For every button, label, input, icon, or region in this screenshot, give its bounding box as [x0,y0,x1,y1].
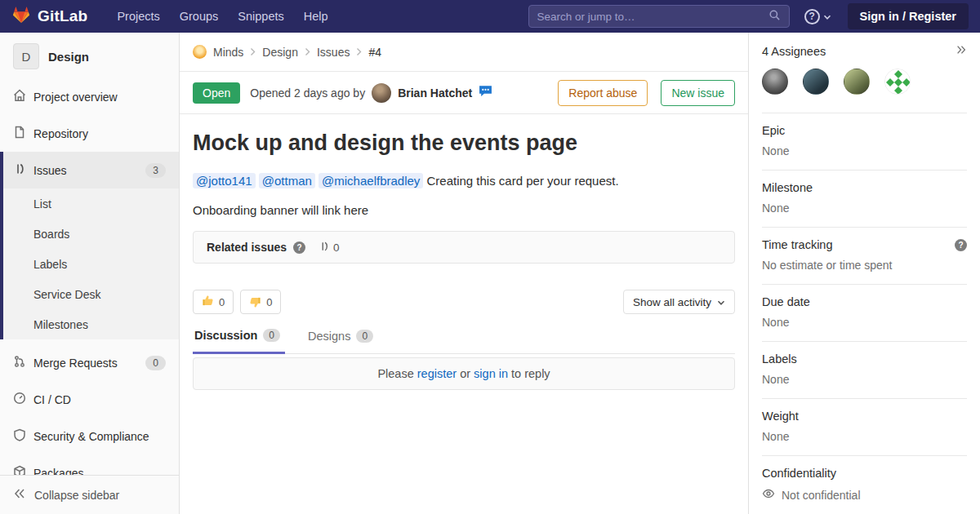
document-icon [13,126,26,141]
mention-link[interactable]: @michaelfbradley [318,173,423,188]
related-issues-label: Related issues [207,241,287,254]
gitlab-issue-page: GitLab Projects Groups Snippets Help ? [0,0,980,514]
issue-title: Mock up and design the events page [193,129,735,157]
sidebar-item-project-overview[interactable]: Project overview [0,78,179,115]
project-avatar: D [13,43,39,69]
designs-count-badge: 0 [356,330,373,343]
top-navbar: GitLab Projects Groups Snippets Help ? [0,0,980,33]
assignee-avatar[interactable] [803,69,829,95]
author-avatar[interactable] [372,83,391,103]
tab-designs[interactable]: Designs 0 [306,329,378,353]
sidebar-item-label: Issues [33,164,66,177]
weight-value: None [762,430,967,443]
assignee-avatars [762,69,967,113]
collapse-sidebar-button[interactable]: Collapse sidebar [0,475,179,514]
new-issue-button[interactable]: New issue [661,80,735,106]
search-bar[interactable] [528,5,790,28]
breadcrumb-project[interactable]: Design [262,46,298,59]
sidebar-section-milestone: Milestone None [762,171,967,228]
thumbs-up-button[interactable]: 0 [193,290,234,314]
breadcrumb-issues[interactable]: Issues [317,46,350,59]
sidebar-subitem-milestones[interactable]: Milestones [3,309,179,339]
thumbs-down-button[interactable]: 0 [240,290,281,314]
sidebar-subitem-list[interactable]: List [3,188,179,219]
mention-link[interactable]: @jotto141 [193,173,256,188]
issue-tabs: Discussion 0 Designs 0 [193,329,735,354]
collapse-sidebar-label: Collapse sidebar [34,489,119,502]
sidebar-section-time-tracking: Time tracking ? No estimate or time spen… [762,228,967,285]
sidebar-subitem-labels[interactable]: Labels [3,249,179,279]
chevron-right-icon [250,46,256,59]
register-link[interactable]: register [417,367,457,380]
reply-text: to reply [511,367,550,380]
author-name[interactable]: Brian Hatchet [398,86,472,100]
labels-value: None [762,373,967,386]
home-icon [13,89,26,104]
breadcrumb-issue-number: #4 [368,46,381,59]
activity-filter-dropdown[interactable]: Show all activity [623,290,735,314]
sidebar-item-merge-requests[interactable]: Merge Requests 0 [0,344,179,381]
help-circle-icon[interactable]: ? [293,241,305,254]
issues-section: Issues 3 List Boards Labels Service Desk… [0,152,179,339]
chevron-down-icon [823,9,831,24]
report-abuse-button[interactable]: Report abuse [558,80,648,106]
tab-discussion[interactable]: Discussion 0 [193,329,285,354]
assignees-header: 4 Assignees [762,33,967,59]
help-menu[interactable]: ? [804,9,831,24]
shield-icon [13,428,26,444]
nav-help[interactable]: Help [296,5,336,28]
project-header[interactable]: D Design [0,33,179,78]
issue-description: @jotto141 @ottman @michaelfbradley Creat… [193,172,735,190]
confidentiality-value: Not confidential [762,487,967,503]
sidebar-item-label: Merge Requests [33,357,118,370]
project-sidebar: D Design Project overview Repository [0,33,180,514]
related-issues-card: Related issues ? 0 [193,231,735,264]
assignees-label: 4 Assignees [762,45,826,58]
sidebar-item-ci-cd[interactable]: CI / CD [0,381,179,418]
help-circle-icon[interactable]: ? [955,239,967,251]
assignee-avatar[interactable] [762,69,788,95]
gitlab-logo[interactable]: GitLab [11,5,87,28]
sidebar-subitem-service-desk[interactable]: Service Desk [3,279,179,309]
sidebar-item-label: Project overview [33,91,118,104]
status-badge: Open [193,82,240,104]
sidebar-subitem-boards[interactable]: Boards [3,219,179,249]
assignee-avatar[interactable] [884,69,911,95]
issue-sidebar: 4 Assignees [748,33,980,514]
chevron-right-icon [305,46,310,59]
reply-text: or [460,367,470,380]
sidebar-section-labels: Labels None [762,342,967,399]
speech-bubble-status-icon [479,85,492,100]
chevron-double-right-icon[interactable] [956,44,967,59]
epic-value: None [762,144,967,157]
breadcrumb-group[interactable]: Minds [213,46,243,59]
nav-projects[interactable]: Projects [109,5,167,28]
project-name: Design [48,50,89,64]
main-content: Minds Design Issues #4 Open Opened 2 day… [180,33,748,514]
sidebar-section-weight: Weight None [762,399,967,456]
chevron-down-icon [717,296,725,308]
search-input[interactable] [537,11,768,23]
sidebar-item-issues[interactable]: Issues 3 [3,152,179,188]
award-emoji-row: 0 0 Show all activity [193,290,735,314]
sidebar-item-repository[interactable]: Repository [0,115,179,152]
thumbs-up-icon [202,295,214,309]
assignee-avatar[interactable] [844,69,870,95]
merge-requests-count-badge: 0 [145,356,166,370]
sidebar-item-label: CI / CD [33,393,71,406]
sign-in-link[interactable]: sign in [474,367,508,380]
issues-icon [13,162,26,178]
primary-nav: Projects Groups Snippets Help [109,5,336,28]
search-icon [768,9,781,24]
nav-snippets[interactable]: Snippets [229,5,292,28]
mention-link[interactable]: @ottman [259,173,315,188]
opened-meta: Opened 2 days ago by [250,86,365,100]
sign-in-to-reply-box: Please register or sign in to reply [193,357,735,390]
sign-in-register-button[interactable]: Sign in / Register [848,3,969,29]
brand-name: GitLab [38,7,87,25]
issue-count-icon [318,241,330,255]
sidebar-item-security-compliance[interactable]: Security & Compliance [0,418,179,454]
sidebar-section-due-date: Due date None [762,285,967,342]
chevron-double-left-icon [13,487,26,503]
nav-groups[interactable]: Groups [172,5,227,28]
